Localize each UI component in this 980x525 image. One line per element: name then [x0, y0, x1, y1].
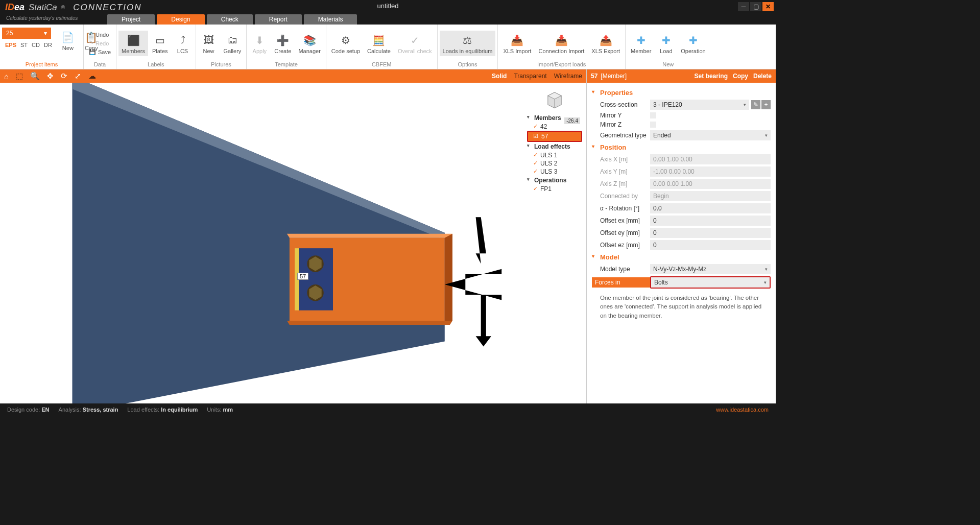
chk-mirror-y[interactable] [650, 112, 656, 118]
trademark: ® [61, 5, 65, 10]
close-button[interactable]: ✕ [762, 2, 774, 11]
section-properties[interactable]: Properties [592, 87, 771, 99]
new-item-button[interactable]: 📄New [57, 28, 79, 53]
properties-panel: 57 [Member] Set bearing Copy Delete Prop… [586, 69, 776, 403]
save-button[interactable]: 💾Save [86, 47, 114, 56]
check-icon: ✓ [407, 33, 422, 48]
val-offset-ez[interactable]: 0 [650, 240, 771, 250]
svg-marker-5 [445, 234, 452, 321]
expand-icon[interactable]: ⤢ [75, 71, 81, 81]
group-import: 📥XLS Import 📥Connection Import 📤XLS Expo… [498, 25, 626, 69]
tree-uls3[interactable]: ULS 3 [527, 168, 582, 176]
tree-member-57[interactable]: 57 [527, 131, 582, 142]
tree-members[interactable]: Members [527, 113, 582, 123]
tab-materials[interactable]: Materials [304, 14, 357, 25]
sb-dc-label: Design code: [7, 407, 40, 413]
redo-button[interactable]: ↷Redo [86, 39, 114, 47]
members-button[interactable]: ⬛Members [118, 31, 148, 56]
section-model[interactable]: Model [592, 251, 771, 263]
pan-icon[interactable]: ✥ [47, 71, 54, 81]
val-offset-ey[interactable]: 0 [650, 228, 771, 238]
val-model-type[interactable]: N-Vy-Vz-Mx-My-Mz▾ [650, 264, 771, 274]
tree-operations[interactable]: Operations [527, 176, 582, 185]
manager-button[interactable]: 📚Manager [295, 31, 323, 56]
tab-check[interactable]: Check [207, 14, 253, 25]
add-cs-button[interactable]: + [761, 100, 771, 109]
pic-new-button[interactable]: 🖼New [198, 31, 220, 56]
tree-load-effects[interactable]: Load effects [527, 142, 582, 151]
panel-copy-button[interactable]: Copy [733, 73, 748, 80]
scene-tree: Members 42 57 Load effects ULS 1 ULS 2 U… [527, 113, 582, 193]
code-setup-button[interactable]: ⚙Code setup [328, 31, 363, 56]
calculate-icon: 🧮 [371, 33, 387, 48]
apply-button[interactable]: ⬇Apply [249, 31, 270, 56]
group-label-template: Template [249, 61, 323, 68]
val-offset-ex[interactable]: 0 [650, 216, 771, 226]
section-position[interactable]: Position [592, 141, 771, 153]
project-item-select[interactable]: 25▾ [2, 28, 51, 39]
lcs-button[interactable]: ⤴LCS [172, 31, 194, 56]
group-data: ↶Undo ↷Redo 💾Save Data [84, 25, 116, 69]
xls-import-button[interactable]: 📥XLS Import [500, 31, 534, 56]
edit-cs-button[interactable]: ✎ [751, 100, 760, 109]
create-button[interactable]: ➕Create [271, 31, 294, 56]
new-member-button[interactable]: ✚Member [628, 31, 654, 56]
new-operation-button[interactable]: ✚Operation [678, 31, 708, 56]
nav-cube[interactable] [543, 88, 566, 110]
tree-uls2[interactable]: ULS 2 [527, 159, 582, 168]
tab-report[interactable]: Report [255, 14, 302, 25]
view-wireframe[interactable]: Wireframe [554, 73, 582, 80]
val-cross-section[interactable]: 3 - IPE120▾ [650, 100, 749, 110]
tab-project[interactable]: Project [107, 14, 155, 25]
save-icon: 💾 [89, 49, 96, 55]
cloud-icon[interactable]: ☁ [88, 71, 96, 81]
set-bearing-button[interactable]: Set bearing [695, 73, 728, 80]
xls-export-button[interactable]: 📤XLS Export [588, 31, 623, 56]
doc-title: untitled [377, 2, 399, 10]
val-rotation[interactable]: 0.0 [650, 203, 771, 213]
group-label-project-items: Project items [2, 61, 81, 68]
members-icon: ⬛ [126, 33, 141, 48]
gallery-icon: 🗂 [225, 33, 240, 48]
new-load-button[interactable]: ✚Load [655, 31, 677, 56]
tree-fp1[interactable]: FP1 [527, 185, 582, 193]
overall-check-button[interactable]: ✓Overall check [395, 31, 435, 56]
svg-marker-4 [287, 321, 452, 325]
website-link[interactable]: www.ideastatica.com [716, 407, 769, 413]
tab-design[interactable]: Design [157, 14, 204, 25]
group-label-data: Data [86, 61, 114, 68]
view-solid[interactable]: Solid [492, 73, 507, 80]
3d-viewport[interactable]: 57 -26.4 Members 42 57 Load effects ULS … [0, 83, 586, 403]
val-forces-in[interactable]: Bolts▾ [650, 276, 771, 289]
chk-mirror-z[interactable] [650, 122, 656, 128]
connection-import-button[interactable]: 📥Connection Import [535, 31, 587, 56]
undo-button[interactable]: ↶Undo [86, 30, 114, 39]
zoom-window-icon[interactable]: ⬚ [16, 71, 23, 81]
lbl-offset-ex: Offset ex [mm] [592, 217, 650, 224]
gallery-button[interactable]: 🗂Gallery [221, 31, 245, 56]
pi-tab-st[interactable]: ST [20, 42, 28, 48]
panel-delete-button[interactable]: Delete [753, 73, 772, 80]
apply-icon: ⬇ [252, 33, 267, 48]
val-geo-type[interactable]: Ended▾ [650, 130, 771, 140]
calculate-button[interactable]: 🧮Calculate [364, 31, 394, 56]
search-icon[interactable]: 🔍 [30, 71, 40, 81]
plates-button[interactable]: ▭Plates [149, 31, 171, 56]
minimize-button[interactable]: ─ [738, 2, 749, 11]
home-icon[interactable]: ⌂ [4, 72, 9, 81]
pi-tab-cd[interactable]: CD [32, 42, 40, 48]
loads-equilibrium-button[interactable]: ⚖Loads in equilibrium [440, 31, 496, 56]
val-axis-z: 0.00 0.00 1.00 [650, 179, 771, 189]
tree-member-42[interactable]: 42 [527, 123, 582, 131]
lbl-axis-x: Axis X [m] [592, 156, 650, 163]
maximize-button[interactable]: ▢ [750, 2, 761, 11]
undo-icon: ↶ [89, 31, 93, 38]
titlebar: IDea StatiCa ® CONNECTION Calculate yest… [0, 0, 776, 25]
refresh-icon[interactable]: ⟳ [61, 71, 67, 81]
val-axis-y: -1.00 0.00 0.00 [650, 166, 771, 177]
group-label-new: New [628, 61, 709, 68]
tree-uls1[interactable]: ULS 1 [527, 151, 582, 159]
pi-tab-dr[interactable]: DR [44, 42, 52, 48]
view-transparent[interactable]: Transparent [514, 73, 546, 80]
pi-tab-eps[interactable]: EPS [5, 42, 16, 48]
